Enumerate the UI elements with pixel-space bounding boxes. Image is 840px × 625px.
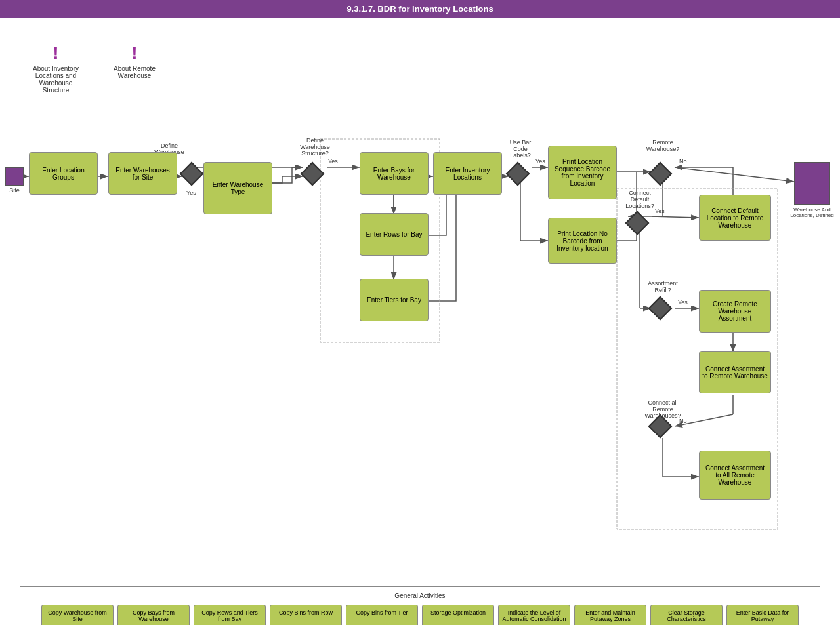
svg-text:Warehouse: Warehouse [300, 144, 330, 150]
ga-box-0[interactable]: Copy Warehouse from Site [41, 605, 114, 625]
svg-text:Define: Define [306, 137, 324, 144]
svg-text:Define: Define [161, 142, 178, 149]
task-enter-warehouses-site[interactable]: Enter Warehouses for Site [108, 152, 177, 195]
svg-text:Remote: Remote [652, 139, 673, 146]
diamond-connect-all [648, 414, 673, 439]
ga-box-6[interactable]: Indicate the Level of Automatic Consolid… [498, 605, 570, 625]
svg-text:Locations?: Locations? [625, 203, 654, 209]
svg-line-18 [675, 167, 794, 182]
ga-box-7[interactable]: Enter and Maintain Putaway Zones [574, 605, 646, 625]
ga-box-5[interactable]: Storage Optimization [422, 605, 494, 625]
svg-text:Connect: Connect [629, 190, 651, 196]
exclamation-icon-2: ! [131, 44, 137, 62]
svg-text:Yes: Yes [678, 299, 688, 306]
svg-text:Default: Default [631, 196, 650, 203]
start-node [5, 167, 24, 186]
task-print-seq-barcode[interactable]: Print Location Sequence Barcode from Inv… [548, 146, 617, 199]
diamond-wh-struct [301, 162, 325, 186]
ga-box-9[interactable]: Enter Basic Data for Putaway [726, 605, 799, 625]
diamond-remote [648, 162, 673, 186]
svg-line-21 [652, 216, 699, 218]
task-enter-warehouse-type[interactable]: Enter Warehouse Type [203, 162, 272, 214]
task-enter-inventory-locations[interactable]: Enter Inventory Locations [433, 152, 502, 195]
ga-title: General Activities [26, 592, 814, 599]
task-enter-rows-bay[interactable]: Enter Rows for Bay [360, 213, 429, 256]
title-text: 9.3.1.7. BDR for Inventory Locations [346, 4, 493, 14]
ga-box-3[interactable]: Copy Bins from Row [270, 605, 342, 625]
legend-label-2: About Remote Warehouse [105, 65, 164, 79]
ga-boxes: Copy Warehouse from Site Copy Bays from … [26, 605, 814, 625]
task-enter-location-groups[interactable]: Enter Location Groups [29, 152, 98, 195]
svg-text:Remote: Remote [652, 406, 673, 413]
diamond-connect-default [625, 211, 650, 235]
task-enter-bays-warehouse[interactable]: Enter Bays for Warehouse [360, 152, 429, 195]
svg-line-27 [675, 414, 733, 426]
task-connect-assortment-all[interactable]: Connect Assortment to All Remote Warehou… [699, 451, 771, 500]
ga-box-1[interactable]: Copy Bays from Warehouse [117, 605, 190, 625]
legend-label-1: About Inventory Locations and Warehouse … [26, 65, 85, 94]
task-connect-default-remote[interactable]: Connect Default Location to Remote Wareh… [699, 195, 771, 241]
main-canvas: ! About Inventory Locations and Warehous… [0, 18, 840, 625]
svg-text:Refill?: Refill? [654, 287, 671, 293]
svg-text:Labels?: Labels? [510, 152, 531, 159]
svg-text:No: No [679, 158, 687, 165]
task-create-remote-assortment[interactable]: Create Remote Warehouse Assortment [699, 290, 771, 333]
svg-text:Structure?: Structure? [301, 150, 329, 157]
svg-text:Yes: Yes [186, 190, 196, 196]
svg-text:No: No [679, 418, 687, 424]
site-label: Site [3, 187, 26, 193]
svg-text:Yes: Yes [328, 158, 338, 165]
diamond-wh-type [180, 162, 204, 186]
exclamation-icon-1: ! [52, 44, 58, 62]
ga-box-4[interactable]: Copy Bins from Tier [346, 605, 418, 625]
svg-text:Connect all: Connect all [648, 399, 677, 406]
legend-item-2: ! About Remote Warehouse [105, 44, 164, 94]
task-connect-assortment-remote[interactable]: Connect Assortment to Remote Warehouse [699, 351, 771, 393]
end-node [794, 162, 830, 205]
task-print-no-barcode[interactable]: Print Location No Barcode from Inventory… [548, 218, 617, 264]
svg-text:Warehouse?: Warehouse? [646, 146, 680, 152]
ga-box-2[interactable]: Copy Rows and Tiers from Bay [194, 605, 266, 625]
end-label: Warehouse And Locations, Defined [788, 207, 837, 218]
svg-text:Use Bar: Use Bar [510, 139, 532, 146]
svg-text:Yes: Yes [655, 208, 665, 214]
task-enter-tiers-bay[interactable]: Enter Tiers for Bay [360, 279, 429, 321]
ga-box-8[interactable]: Clear Storage Characteristics [650, 605, 723, 625]
svg-text:Assortment: Assortment [648, 280, 678, 287]
general-activities-section: General Activities Copy Warehouse from S… [20, 586, 820, 625]
svg-text:Yes: Yes [536, 158, 545, 165]
diamond-assortment [648, 296, 673, 321]
diamond-barcode [506, 162, 530, 186]
svg-text:Code: Code [513, 146, 528, 152]
legend-area: ! About Inventory Locations and Warehous… [26, 44, 164, 94]
legend-item-1: ! About Inventory Locations and Warehous… [26, 44, 85, 94]
title-bar: 9.3.1.7. BDR for Inventory Locations [0, 0, 840, 18]
